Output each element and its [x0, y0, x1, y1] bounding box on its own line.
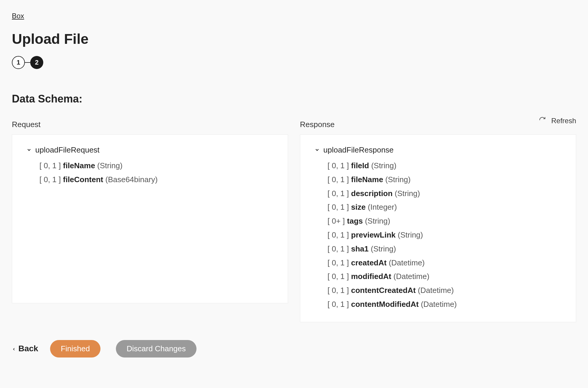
stepper: 1 2 [12, 56, 576, 69]
finished-button[interactable]: Finished [50, 340, 100, 357]
schema-columns: Request uploadFileRequest [ 0, 1 ] fileN… [12, 120, 576, 322]
response-column: Response uploadFileResponse [ 0, 1 ] fil… [300, 120, 576, 322]
chevron-down-icon [26, 145, 32, 155]
field-cardinality: [ 0, 1 ] [327, 230, 351, 239]
response-fields: [ 0, 1 ] fileId (String)[ 0, 1 ] fileNam… [314, 159, 562, 311]
schema-field: [ 0, 1 ] contentModifiedAt (Datetime) [327, 297, 562, 311]
request-column: Request uploadFileRequest [ 0, 1 ] fileN… [12, 120, 288, 322]
schema-field: [ 0, 1 ] previewLink (String) [327, 228, 562, 242]
field-cardinality: [ 0, 1 ] [327, 272, 351, 281]
field-name: description [351, 189, 393, 198]
schema-field: [ 0, 1 ] fileContent (Base64binary) [39, 173, 274, 187]
request-heading: Request [12, 120, 288, 129]
footer: Back Finished Discard Changes [12, 340, 576, 357]
schema-field: [ 0+ ] tags (String) [327, 214, 562, 228]
request-root-label: uploadFileRequest [35, 145, 100, 155]
schema-container: Refresh Request uploadFileRequest [ 0, 1… [12, 120, 576, 322]
field-cardinality: [ 0, 1 ] [327, 300, 351, 309]
field-cardinality: [ 0, 1 ] [327, 258, 351, 267]
schema-field: [ 0, 1 ] description (String) [327, 187, 562, 201]
response-root-label: uploadFileResponse [323, 145, 394, 155]
schema-field: [ 0, 1 ] contentCreatedAt (Datetime) [327, 283, 562, 297]
field-name: sha1 [351, 244, 369, 253]
field-cardinality: [ 0, 1 ] [39, 175, 63, 184]
field-name: fileName [63, 161, 95, 170]
request-fields: [ 0, 1 ] fileName (String)[ 0, 1 ] fileC… [26, 159, 274, 187]
schema-field: [ 0, 1 ] fileName (String) [39, 159, 274, 173]
field-name: createdAt [351, 258, 387, 267]
discard-changes-button[interactable]: Discard Changes [116, 340, 196, 357]
field-type: (String) [383, 175, 410, 184]
schema-field: [ 0, 1 ] fileId (String) [327, 159, 562, 173]
field-type: (String) [369, 244, 396, 253]
breadcrumb: Box [12, 12, 576, 20]
schema-field: [ 0, 1 ] modifiedAt (Datetime) [327, 270, 562, 283]
request-tree-root[interactable]: uploadFileRequest [26, 145, 274, 155]
field-cardinality: [ 0, 1 ] [39, 161, 63, 170]
back-label: Back [18, 344, 38, 353]
breadcrumb-link-box[interactable]: Box [12, 12, 24, 20]
schema-field: [ 0, 1 ] createdAt (Datetime) [327, 256, 562, 270]
step-1[interactable]: 1 [12, 56, 25, 69]
field-type: (Datetime) [386, 258, 425, 267]
field-type: (String) [393, 189, 420, 198]
response-panel: uploadFileResponse [ 0, 1 ] fileId (Stri… [300, 134, 576, 322]
response-heading: Response [300, 120, 576, 129]
field-type: (Base64binary) [103, 175, 158, 184]
schema-field: [ 0, 1 ] size (Integer) [327, 200, 562, 214]
field-cardinality: [ 0, 1 ] [327, 244, 351, 253]
field-cardinality: [ 0, 1 ] [327, 161, 351, 170]
schema-field: [ 0, 1 ] fileName (String) [327, 173, 562, 187]
field-cardinality: [ 0+ ] [327, 217, 347, 225]
field-cardinality: [ 0, 1 ] [327, 175, 351, 184]
back-button[interactable]: Back [12, 344, 38, 353]
chevron-left-icon [12, 344, 16, 353]
field-name: fileContent [63, 175, 103, 184]
field-type: (Datetime) [416, 286, 454, 295]
field-name: size [351, 203, 366, 211]
refresh-button[interactable]: Refresh [539, 116, 576, 125]
field-cardinality: [ 0, 1 ] [327, 203, 351, 211]
field-cardinality: [ 0, 1 ] [327, 189, 351, 198]
response-tree-root[interactable]: uploadFileResponse [314, 145, 562, 155]
field-name: fileName [351, 175, 383, 184]
field-name: modifiedAt [351, 272, 392, 281]
field-type: (String) [396, 230, 423, 239]
chevron-down-icon [314, 145, 320, 155]
section-title-data-schema: Data Schema: [12, 93, 576, 105]
schema-field: [ 0, 1 ] sha1 (String) [327, 242, 562, 256]
step-connector [25, 62, 30, 63]
field-name: contentModifiedAt [351, 300, 419, 309]
field-type: (Datetime) [391, 272, 429, 281]
field-name: contentCreatedAt [351, 286, 416, 295]
field-type: (String) [95, 161, 122, 170]
field-cardinality: [ 0, 1 ] [327, 286, 351, 295]
refresh-label: Refresh [551, 117, 576, 125]
request-panel: uploadFileRequest [ 0, 1 ] fileName (Str… [12, 134, 288, 303]
field-name: tags [347, 217, 363, 225]
field-type: (String) [363, 217, 390, 225]
refresh-icon [539, 116, 546, 125]
field-name: previewLink [351, 230, 396, 239]
field-type: (Datetime) [419, 300, 457, 309]
page-title: Upload File [12, 31, 576, 47]
field-type: (String) [369, 161, 396, 170]
field-name: fileId [351, 161, 369, 170]
field-type: (Integer) [366, 203, 397, 211]
step-2[interactable]: 2 [30, 56, 43, 69]
